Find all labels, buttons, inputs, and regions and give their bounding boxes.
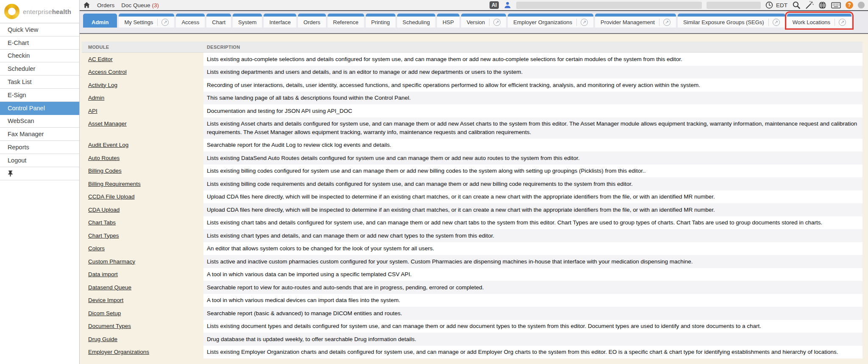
module-link-auto-routes[interactable]: Auto Routes [88, 155, 120, 161]
module-link-document-types[interactable]: Document Types [88, 323, 131, 329]
sidebar-item-e-chart[interactable]: E-Chart [0, 36, 79, 50]
module-description: Searchable report to view for auto-route… [203, 281, 862, 294]
sidebar-item-control-panel[interactable]: Control Panel [0, 102, 79, 115]
timezone-label: EDT [776, 2, 787, 8]
topbar-actions: AI EDT ? [490, 1, 865, 9]
app-logo: enterprisehealth [0, 0, 80, 23]
modules-table: MODULE DESCRIPTION AC Editor Lists exist… [82, 42, 862, 358]
tab-interface[interactable]: Interface [264, 14, 296, 28]
module-link-drug-guide[interactable]: Drug Guide [88, 336, 117, 342]
module-description: A tool in which various data can be impo… [203, 268, 862, 281]
sidebar-item-e-sign[interactable]: E-Sign [0, 89, 79, 102]
home-icon[interactable] [83, 2, 90, 8]
keyboard-icon[interactable] [831, 2, 841, 9]
pin-sidebar-button[interactable] [0, 167, 79, 180]
module-description: Drug database that is updated weekly, to… [203, 333, 862, 346]
tab-access[interactable]: Access [176, 14, 205, 28]
sidebar-item-fax-manager[interactable]: Fax Manager [0, 128, 79, 141]
wand-icon[interactable] [805, 1, 814, 9]
module-link-api[interactable]: API [88, 108, 97, 114]
module-description: Lists existing departments and users and… [203, 66, 862, 79]
tab-system[interactable]: System [233, 14, 262, 28]
module-link-device-import[interactable]: Device Import [88, 297, 123, 303]
tab-scheduling[interactable]: Scheduling [397, 14, 435, 28]
breadcrumb: Orders Doc Queue(3) [83, 2, 159, 8]
module-link-access-control[interactable]: Access Control [88, 69, 127, 75]
sidebar-item-checkin[interactable]: Checkin [0, 50, 79, 63]
clock-icon [765, 1, 773, 9]
tab-hsp[interactable]: HSP [437, 14, 459, 28]
sidebar-item-logout[interactable]: Logout [0, 154, 79, 167]
module-description: Lists existing billing codes configured … [203, 165, 862, 178]
breadcrumb-doc-queue[interactable]: Doc Queue(3) [121, 2, 159, 8]
tab-printing[interactable]: Printing [366, 14, 395, 28]
sidebar-item-reports[interactable]: Reports [0, 141, 79, 154]
module-description: Lists existing Asset charts and details … [203, 118, 862, 139]
external-link-icon[interactable]: ↗ [489, 19, 501, 26]
module-link-billing-codes[interactable]: Billing Codes [88, 168, 122, 174]
tab-orders[interactable]: Orders [298, 14, 326, 28]
table-row: Dicom Setup Searchable report (basic & a… [82, 307, 862, 320]
search-icon[interactable] [792, 1, 801, 9]
presence-indicator-icon [858, 2, 865, 8]
tab-admin[interactable]: Admin [83, 14, 117, 28]
column-header-description: DESCRIPTION [203, 42, 862, 53]
table-row: Asset Manager Lists existing Asset chart… [82, 118, 862, 139]
sidebar-item-quick-view[interactable]: Quick View [0, 23, 79, 36]
external-link-icon[interactable]: ↗ [659, 19, 670, 26]
user-icon[interactable] [504, 1, 512, 9]
tab-employer-organizations[interactable]: Employer Organizations ↗ [508, 14, 593, 28]
sidebar-item-webscan[interactable]: WebScan [0, 115, 79, 128]
module-link-chart-types[interactable]: Chart Types [88, 232, 119, 239]
module-description: A tool in which various medical devices … [203, 294, 862, 307]
external-link-icon[interactable]: ↗ [576, 19, 588, 26]
table-row: Data import A tool in which various data… [82, 268, 862, 281]
table-row: Custom Pharmacy Lists active and inactiv… [82, 255, 862, 268]
tab-version[interactable]: Version ↗ [461, 14, 506, 28]
table-row: Audit Event Log Searchable report for th… [82, 139, 862, 152]
module-link-ccda-file-upload[interactable]: CCDA File Upload [88, 193, 135, 200]
module-link-data-import[interactable]: Data import [88, 271, 118, 277]
table-row: Activity Log Recording of user interacti… [82, 78, 862, 92]
module-link-employer-organizations[interactable]: Employer Organizations [88, 349, 149, 355]
external-link-icon[interactable]: ↗ [157, 19, 169, 26]
table-row: Employer Organizations Lists existing Em… [82, 346, 862, 359]
tab-provider-management[interactable]: Provider Management ↗ [595, 14, 676, 28]
module-link-admin[interactable]: Admin [88, 95, 104, 101]
table-row: Chart Types Lists existing chart types a… [82, 229, 862, 242]
module-link-chart-tabs[interactable]: Chart Tabs [88, 219, 116, 226]
module-description: Searchable report for the Audit Log to r… [203, 139, 862, 152]
breadcrumb-orders[interactable]: Orders [97, 2, 114, 8]
sidebar-item-task-list[interactable]: Task List [0, 76, 79, 89]
table-row: Auto Routes Lists existing DataSend Auto… [82, 151, 862, 165]
tab-similar-exposure-groups-segs[interactable]: Similar Exposure Groups (SEGs) ↗ [678, 14, 785, 28]
module-link-datasend-queue[interactable]: Datasend Queue [88, 284, 131, 291]
table-row: Access Control Lists existing department… [82, 66, 862, 79]
tab-my-settings[interactable]: My Settings ↗ [119, 14, 174, 28]
tab-work-locations[interactable]: Work Locations ↗ [787, 14, 851, 28]
module-link-custom-pharmacy[interactable]: Custom Pharmacy [88, 258, 135, 265]
external-link-icon[interactable]: ↗ [768, 19, 780, 26]
table-row: CDA Upload Upload CDA files here directl… [82, 203, 862, 216]
ai-badge[interactable]: AI [490, 1, 499, 9]
help-icon[interactable]: ? [846, 1, 853, 9]
module-link-billing-requirements[interactable]: Billing Requirements [88, 181, 141, 187]
module-link-colors[interactable]: Colors [88, 245, 105, 252]
module-link-audit-event-log[interactable]: Audit Event Log [88, 142, 128, 148]
enterprise-health-logo-icon [4, 4, 19, 19]
module-link-activity-log[interactable]: Activity Log [88, 82, 117, 88]
module-link-cda-upload[interactable]: CDA Upload [88, 207, 120, 213]
module-link-asset-manager[interactable]: Asset Manager [88, 120, 127, 127]
table-row: Drug Guide Drug database that is updated… [82, 333, 862, 346]
sidebar-item-scheduler[interactable]: Scheduler [0, 62, 79, 76]
module-link-ac-editor[interactable]: AC Editor [88, 56, 113, 62]
pin-icon [8, 170, 13, 176]
table-row: Datasend Queue Searchable report to view… [82, 281, 862, 294]
globe-icon[interactable] [818, 1, 826, 9]
tab-chart[interactable]: Chart [206, 14, 231, 28]
module-link-dicom-setup[interactable]: Dicom Setup [88, 310, 121, 316]
module-description: Lists existing auto-complete selections … [203, 53, 862, 66]
external-link-icon[interactable]: ↗ [835, 19, 846, 26]
doc-queue-count: (3) [152, 2, 159, 8]
tab-reference[interactable]: Reference [328, 14, 364, 28]
